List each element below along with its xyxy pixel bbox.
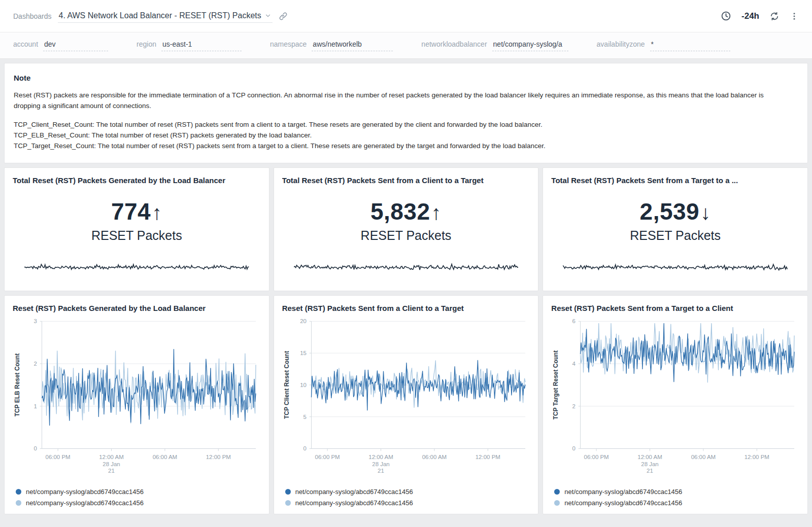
chart-card-target-reset: Reset (RST) Packets Sent from a Target t… <box>543 295 808 515</box>
trend-down-arrow: ↓ <box>700 201 711 224</box>
sparkline <box>24 259 249 278</box>
legend-item[interactable]: net/company-syslog/abcd6749ccac1456 <box>285 499 530 507</box>
svg-text:12:00 PM: 12:00 PM <box>745 453 769 460</box>
kebab-menu-icon[interactable] <box>790 11 799 21</box>
svg-text:06:00 PM: 06:00 PM <box>315 453 340 460</box>
chart-card-client-reset: Reset (RST) Packets Sent from a Client t… <box>274 295 539 515</box>
svg-text:21: 21 <box>108 468 115 474</box>
svg-text:15: 15 <box>300 350 307 356</box>
legend-color-dot <box>554 489 560 495</box>
filter-value-input[interactable]: * <box>650 40 730 51</box>
stat-value: 2,539 <box>640 198 700 225</box>
dashboard-title-dropdown[interactable]: 4. AWS Network Load Balancer - RESET (RS… <box>58 9 273 23</box>
stat-title: Total Reset (RST) Packets Sent from a Cl… <box>282 176 530 185</box>
svg-text:1: 1 <box>34 403 37 409</box>
svg-text:6: 6 <box>572 318 576 324</box>
filter-value-input[interactable]: aws/networkelb <box>312 40 393 51</box>
chart-cards-row: Reset (RST) Packets Generated by the Loa… <box>4 295 808 515</box>
line-chart[interactable]: 024606:00 PM12:00 AM28 Jan2106:00 AM12:0… <box>551 314 799 485</box>
sparkline <box>294 259 519 278</box>
filter-value-input[interactable]: us-east-1 <box>161 40 242 51</box>
filter-label: namespace <box>270 40 307 48</box>
chart-title: Reset (RST) Packets Sent from a Client t… <box>282 304 530 312</box>
filter-label: account <box>13 40 38 48</box>
legend-color-dot <box>16 489 21 495</box>
legend-color-dot <box>285 489 291 495</box>
svg-text:06:00 AM: 06:00 AM <box>691 453 716 460</box>
filter-label: region <box>137 40 156 48</box>
legend-item[interactable]: net/company-syslog/abcd6749ccac1456 <box>285 488 530 496</box>
svg-text:12:00 AM: 12:00 AM <box>368 453 393 460</box>
line-chart[interactable]: 0510152006:00 PM12:00 AM28 Jan2106:00 AM… <box>282 314 530 485</box>
svg-text:06:00 AM: 06:00 AM <box>153 453 178 460</box>
legend-item[interactable]: net/company-syslog/abcd6749ccac1456 <box>16 488 261 496</box>
filter-account[interactable]: account dev <box>13 40 108 51</box>
top-bar: Dashboards 4. AWS Network Load Balancer … <box>0 0 812 32</box>
note-paragraph: TCP_ELB_Reset_Count: The total number of… <box>14 130 790 141</box>
svg-text:06:00 PM: 06:00 PM <box>46 453 71 460</box>
stat-card-client-reset: Total Reset (RST) Packets Sent from a Cl… <box>274 167 539 291</box>
sparkline <box>563 259 788 278</box>
legend-label: net/company-syslog/abcd6749ccac1456 <box>564 488 682 496</box>
svg-text:12:00 AM: 12:00 AM <box>99 453 124 460</box>
svg-text:2: 2 <box>572 403 576 409</box>
legend-label: net/company-syslog/abcd6749ccac1456 <box>295 488 413 496</box>
svg-text:28 Jan: 28 Jan <box>103 461 120 467</box>
svg-text:28 Jan: 28 Jan <box>641 461 659 467</box>
chart-legend: net/company-syslog/abcd6749ccac1456net/c… <box>13 488 261 507</box>
svg-text:12:00 PM: 12:00 PM <box>206 453 231 460</box>
clock-icon[interactable] <box>721 11 731 21</box>
dashboard-app: Dashboards 4. AWS Network Load Balancer … <box>0 0 812 522</box>
breadcrumb[interactable]: Dashboards <box>13 12 52 20</box>
time-range[interactable]: -24h <box>741 11 759 21</box>
svg-text:06:00 AM: 06:00 AM <box>422 453 447 460</box>
svg-text:10: 10 <box>300 381 307 388</box>
chart-legend: net/company-syslog/abcd6749ccac1456net/c… <box>282 488 530 507</box>
svg-text:4: 4 <box>572 361 576 367</box>
filter-namespace[interactable]: namespace aws/networkelb <box>270 40 393 51</box>
line-chart[interactable]: 012306:00 PM12:00 AM28 Jan2106:00 AM12:0… <box>13 314 261 485</box>
legend-item[interactable]: net/company-syslog/abcd6749ccac1456 <box>16 499 261 507</box>
stat-cards-row: Total Reset (RST) Packets Generated by t… <box>4 167 808 291</box>
svg-text:TCP ELB Reset Count: TCP ELB Reset Count <box>14 353 21 416</box>
filter-value-input[interactable]: dev <box>43 40 108 51</box>
filter-region[interactable]: region us-east-1 <box>137 40 242 51</box>
trend-up-arrow: ↑ <box>431 201 442 224</box>
note-paragraph: TCP_Target_Reset_Count: The total number… <box>14 141 790 152</box>
svg-text:12:00 AM: 12:00 AM <box>638 453 663 460</box>
legend-color-dot <box>285 500 291 506</box>
stat-unit: RESET Packets <box>551 228 799 243</box>
filter-networkloadbalancer[interactable]: networkloadbalancer net/company-syslog/a <box>421 40 568 51</box>
stat-value: 774 <box>111 198 151 225</box>
svg-text:5: 5 <box>303 413 306 419</box>
svg-text:28 Jan: 28 Jan <box>372 461 389 467</box>
stat-card-target-reset: Total Reset (RST) Packets Sent from a Ta… <box>543 167 808 291</box>
legend-label: net/company-syslog/abcd6749ccac1456 <box>26 499 144 507</box>
filter-label: networkloadbalancer <box>421 40 487 48</box>
note-paragraph: TCP_Client_Reset_Count: The total number… <box>14 120 790 130</box>
stat-unit: RESET Packets <box>282 228 530 243</box>
chart-title: Reset (RST) Packets Sent from a Target t… <box>551 304 799 312</box>
note-title: Note <box>14 74 798 82</box>
chart-card-elb-reset: Reset (RST) Packets Generated by the Loa… <box>4 295 269 515</box>
page-title: 4. AWS Network Load Balancer - RESET (RS… <box>59 11 261 20</box>
refresh-icon[interactable] <box>769 11 780 21</box>
svg-text:06:00 PM: 06:00 PM <box>584 453 609 460</box>
legend-item[interactable]: net/company-syslog/abcd6749ccac1456 <box>554 499 799 507</box>
filter-label: availabilityzone <box>597 40 645 48</box>
stat-title: Total Reset (RST) Packets Generated by t… <box>13 176 261 185</box>
filter-value-input[interactable]: net/company-syslog/a <box>492 40 568 51</box>
filter-availabilityzone[interactable]: availabilityzone * <box>597 40 730 51</box>
legend-label: net/company-syslog/abcd6749ccac1456 <box>564 499 682 507</box>
chart-legend: net/company-syslog/abcd6749ccac1456net/c… <box>551 488 799 507</box>
note-paragraph: Reset (RST) packets are responsible for … <box>14 90 790 112</box>
svg-text:3: 3 <box>34 318 37 324</box>
stat-card-elb-reset: Total Reset (RST) Packets Generated by t… <box>4 167 269 291</box>
legend-label: net/company-syslog/abcd6749ccac1456 <box>26 488 144 496</box>
note-panel: Note Reset (RST) packets are responsible… <box>4 63 808 163</box>
legend-item[interactable]: net/company-syslog/abcd6749ccac1456 <box>554 488 799 496</box>
svg-text:12:00 PM: 12:00 PM <box>475 453 500 460</box>
stat-unit: RESET Packets <box>13 228 261 243</box>
chevron-down-icon <box>264 12 272 19</box>
link-icon[interactable] <box>279 12 288 21</box>
